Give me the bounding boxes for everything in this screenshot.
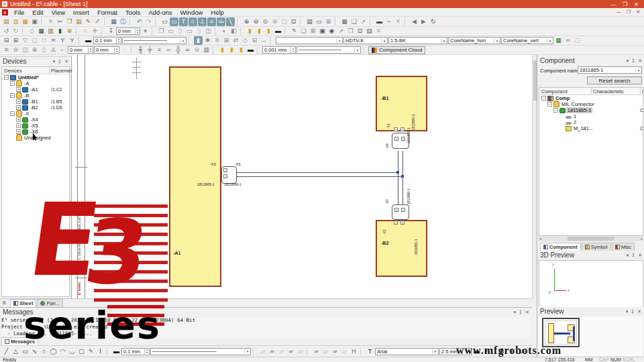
draw-curve-tool-icon[interactable]: ∿ [30,347,39,356]
pin-options-icon[interactable]: ▾ [141,27,150,36]
font-name-combo[interactable]: Arial▾ [375,348,439,355]
next-sheet-icon[interactable]: ▶ [419,17,428,26]
table-view-icon[interactable]: ▦ [340,17,349,26]
align-left-objects-icon[interactable]: ▯ [176,27,184,36]
distribute-objects-icon[interactable]: ▯ [195,27,203,36]
tree-item-b2[interactable]: +-B2/1.D5 [2,105,69,111]
tree-item-1[interactable]: 1 [539,113,643,119]
dot-tool-icon[interactable]: · [120,46,129,54]
sheet-grid-icon[interactable]: ⊞ [324,17,333,26]
tree-item-m-181[interactable]: M_181...C [539,125,643,131]
format-painter-icon[interactable]: ✎ [84,17,93,26]
mdi-close-button[interactable]: ✕ [636,9,640,15]
cable-wave-icon[interactable]: ≋ [2,46,11,54]
component-cloud-button[interactable]: Component Cloud [368,46,425,54]
active-wire-tool-icon[interactable]: ▮ [194,36,203,45]
place-node-icon[interactable]: ○ [189,17,197,26]
preview-pin-icon[interactable]: ↧ [631,309,635,314]
expander-icon[interactable]: − [10,81,15,86]
bus-tool-icon[interactable]: ≡ [207,17,216,26]
place-symbol-icon[interactable]: ▭ [170,17,178,26]
prev-sheet-icon[interactable]: ◀ [410,17,419,26]
rotate-cw-icon[interactable]: ↻ [11,27,20,36]
draw-rounded-rect-tool-icon[interactable]: ▢ [77,347,86,356]
options-icon[interactable]: ○ [81,27,90,36]
tree-item-x5[interactable]: +-X5 [2,123,69,129]
line-style-2-combo[interactable]: ────────────▾ [297,46,361,54]
menu-file[interactable]: File [10,9,28,16]
component-name-combo[interactable]: 1811865-1▾ [578,66,642,74]
half-tone-icon[interactable]: ◧ [229,27,238,36]
mdi-minimize-button[interactable]: — [616,9,621,15]
schematic-canvas[interactable]: C:\Users\ACER\AppData\Local\Temp\ E³ ser… [72,55,532,298]
jump-to-icon[interactable]: ↗ [359,17,368,26]
x4-pin-1[interactable]: 1 [394,137,398,141]
core-frame-icon[interactable]: ▢ [573,36,582,45]
clear-tool-icon[interactable]: ✕ [374,27,383,36]
line-style-combo[interactable]: ────────────▾ [122,37,186,44]
menu-add-ons[interactable]: Add-ons [144,9,176,16]
box-select-icon[interactable]: ◻ [30,36,39,45]
remove-core-icon[interactable]: ⊝ [193,46,201,54]
x5-pin-2[interactable]: 2 [401,208,405,212]
filter-icon[interactable]: ▽ [21,36,30,45]
shield-tool-icon[interactable]: ⊜ [11,46,20,54]
group-icon[interactable]: ❐ [157,27,166,36]
core-name-vert-combo[interactable]: CoreName_vert▾ [501,37,553,44]
core-name-hori-combo[interactable]: CoreName_hori▾ [448,37,500,44]
draw-line-width-spinner[interactable]: 0.1 mm▴▾ [121,348,150,355]
hatch-3-icon[interactable]: ▱ [277,347,286,356]
reset-search-button[interactable]: Reset search [587,76,642,84]
refresh-icon[interactable]: ↻ [429,17,437,26]
zoom-selection-icon[interactable]: ⊡ [289,17,298,26]
expander-icon[interactable]: − [541,96,546,101]
expander-icon[interactable]: + [16,87,21,92]
messages-pin-icon[interactable]: ↧ [519,310,523,315]
component-hscrollbar[interactable]: ◂▸ [539,236,643,241]
place-text-icon[interactable]: T [179,17,188,26]
b1-pin-1[interactable]: 1 [394,127,398,131]
stretch-tool-icon[interactable]: ↔ [260,36,268,45]
draw-polygon-tool-icon[interactable]: △ [11,347,20,356]
b2-pin-1[interactable]: 1 [394,221,398,225]
highlight-signal-icon[interactable]: ▬ [375,17,384,26]
net-collapse-icon[interactable]: ⊟ [250,36,259,45]
expand-all-icon[interactable]: ⊞ [11,36,20,45]
x5-pin-1[interactable]: 1 [394,208,398,212]
cable-yellow-1-icon[interactable]: ▮ [218,46,227,54]
fill-3-icon[interactable]: ▰ [331,347,339,356]
devices-close-icon[interactable]: ✕ [64,59,68,64]
close-button[interactable]: ✕ [634,1,639,7]
edit-pen-icon[interactable]: ✐ [93,17,102,26]
draw-circle-tool-icon[interactable]: ○ [40,347,48,356]
open-project-icon[interactable]: ▦ [21,17,30,26]
p3d-pin-icon[interactable]: ↧ [631,253,635,258]
highlight-yellow-2-icon[interactable]: ▮ [255,27,264,36]
expander-icon[interactable]: + [16,123,21,128]
align-top-objects-icon[interactable]: ▭ [185,27,194,36]
table-tool-icon[interactable]: ▥ [202,46,211,54]
fill-2-icon[interactable]: ▱ [321,347,330,356]
cable-black-icon[interactable]: ▬ [246,46,255,54]
tab-component[interactable]: Component [540,243,581,251]
offset-x-spinner[interactable]: 0 mm▴▾ [68,46,93,54]
open-file-icon[interactable]: ▥ [11,17,20,26]
precision-spinner[interactable]: 0.001 mm▴▾ [262,46,296,54]
sheet-list-icon[interactable]: ▤ [305,17,314,26]
menu-insert[interactable]: Insert [69,9,93,16]
zoom-sheet-icon[interactable]: ▢ [280,17,288,26]
messages-log[interactable]: E³ series 2022 (Jul 15 2021 22:18:10 Bui… [1,317,530,337]
expander-icon[interactable]: + [16,99,21,104]
draw-line-tool-icon[interactable]: ╱ [2,347,11,356]
vector-tool-icon[interactable]: ↗ [337,27,345,36]
expander-icon[interactable]: + [16,117,21,122]
draw-rectangle-tool-icon[interactable]: ▭ [21,347,30,356]
grid-toggle-icon[interactable]: ⊞ [309,27,317,36]
bus-lines-icon[interactable]: ≡ [155,46,164,54]
fill-4-icon[interactable]: ▱ [340,347,349,356]
add-core-icon[interactable]: ⊕ [30,46,39,54]
devices-dropdown-icon[interactable]: ▾ [53,59,56,64]
messages-dropdown-icon[interactable]: ▾ [514,310,517,315]
canvas-vertical-scrollbar[interactable] [532,55,537,298]
messages-close-icon[interactable]: ✕ [525,310,529,315]
